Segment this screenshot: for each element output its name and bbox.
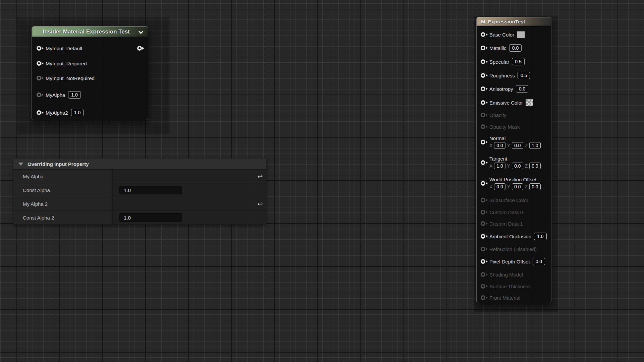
input-pin-icon[interactable] [481,59,487,65]
reset-cell [254,211,266,224]
vector-y-value[interactable]: 0.0 [512,163,523,169]
pin-label: Opacity [489,112,506,118]
pin-row-myalpha2[interactable]: MyAlpha2 1.0 [37,108,144,118]
pin-default-value[interactable]: 0.5 [518,72,530,79]
input-pin-icon[interactable] [481,86,487,92]
property-label: My Alpha 2 [13,197,113,210]
input-pin-icon[interactable] [481,221,487,227]
property-value-cell [113,183,254,197]
pin-row-custom-data-1[interactable]: Custom Data 1 [481,219,549,228]
input-pin-icon[interactable] [481,124,487,130]
pin-row-subsurface-color[interactable]: Subsurface Color [481,195,549,205]
input-pin-icon[interactable] [481,197,487,203]
pin-row-opacity-mask[interactable]: Opacity Mask [481,122,549,131]
axis-x-label: X [489,184,492,189]
input-pin-icon[interactable] [481,160,487,166]
output-pin-icon[interactable] [137,45,143,51]
const-alpha-input[interactable] [119,186,182,194]
pin-default-value[interactable]: 1.0 [71,109,84,116]
pin-default-value[interactable]: 0.0 [533,258,545,265]
property-value-cell[interactable] [113,197,254,210]
pin-row-myinput-required[interactable]: MyInput_Required [37,58,144,68]
pin-default-value[interactable]: 0.0 [516,85,528,93]
input-pin-icon[interactable] [37,110,43,116]
revert-arrow-icon[interactable]: ↩ [258,173,263,180]
pin-row-pixel-depth-offset[interactable]: Pixel Depth Offset 0.0 [481,257,549,266]
pin-row-refraction[interactable]: Refraction (Disabled) [481,244,549,254]
function-node-header[interactable]: Insider Material Expression Test [32,26,148,37]
input-pin-icon[interactable] [481,72,487,78]
input-pin-icon[interactable] [481,112,487,118]
pin-row-shading-model[interactable]: Shading Model [481,270,549,279]
input-pin-icon[interactable] [37,60,43,66]
input-pin-icon[interactable] [481,258,487,264]
material-function-node[interactable]: Insider Material Expression Test MyInput… [32,26,148,120]
input-pin-icon[interactable] [481,139,487,145]
property-label: My Alpha [13,170,113,183]
pin-row-world-position-offset[interactable]: World Position Offset X 0.0 Y 0.0 Z 0.0 [481,176,549,191]
pin-row-myinput-notrequired[interactable]: MyInput_NotRequired [37,73,144,83]
input-pin-icon[interactable] [481,272,487,278]
pin-row-myalpha[interactable]: MyAlpha 1.0 [37,90,144,100]
result-node-header[interactable]: M_ExpressionTest [477,17,551,26]
input-pin-icon[interactable] [481,180,487,186]
vector-z-value[interactable]: 0.0 [529,183,540,190]
input-pin-icon[interactable] [481,100,487,106]
input-pin-icon[interactable] [481,283,487,289]
input-pin-icon[interactable] [481,295,487,301]
pin-default-value[interactable]: 0.0 [509,44,522,52]
pin-row-myinput-default[interactable]: MyInput_Default [37,43,144,53]
pin-row-front-material[interactable]: Front Material [481,293,549,302]
axis-z-label: Z [525,163,528,169]
pin-row-base-color[interactable]: Base Color [481,30,549,39]
pin-row-surface-thickness[interactable]: Surface Thickness [481,282,549,291]
input-pin-icon[interactable] [481,233,487,239]
pin-label: Custom Data 1 [489,221,523,227]
material-graph-canvas[interactable]: Insider Material Expression Test MyInput… [0,0,644,362]
pin-label: MyAlpha2 [46,110,68,116]
input-pin-icon[interactable] [37,45,43,51]
pin-row-custom-data-0[interactable]: Custom Data 0 [481,207,549,217]
pin-row-tangent[interactable]: Tangent X 1.0 Y 0.0 Z 0.0 [481,155,549,170]
details-category-header[interactable]: Overriding Input Property [13,159,266,170]
input-pin-icon[interactable] [481,45,487,51]
input-pin-icon[interactable] [481,32,487,38]
pin-row-roughness[interactable]: Roughness 0.5 [481,71,549,80]
const-alpha-2-input[interactable] [119,213,182,222]
input-pin-icon[interactable] [37,92,43,98]
property-value-cell[interactable] [113,170,254,183]
input-pin-icon[interactable] [481,246,487,252]
checker-color-swatch[interactable] [526,99,533,106]
reset-cell[interactable]: ↩ [254,197,266,210]
pin-row-normal[interactable]: Normal X 0.0 Y 0.0 Z 1.0 [481,134,549,150]
material-result-node[interactable]: M_ExpressionTest Base Color Metallic 0.0… [476,17,551,303]
reset-cell[interactable]: ↩ [254,170,266,183]
pin-default-value[interactable]: 0.5 [512,58,524,65]
details-panel: Overriding Input Property My Alpha ↩ Con… [13,159,266,225]
pin-label: MyInput_Required [46,61,87,66]
pin-row-metallic[interactable]: Metallic 0.0 [481,43,549,53]
vector-z-value[interactable]: 0.0 [529,163,540,169]
axis-z-label: Z [525,184,528,189]
axis-y-label: Y [507,163,510,169]
pin-row-specular[interactable]: Specular 0.5 [481,57,549,66]
pin-default-value[interactable]: 1.0 [534,233,546,240]
pin-default-value[interactable]: 1.0 [68,91,80,99]
pin-row-anisotropy[interactable]: Anisotropy 0.0 [481,84,549,94]
input-pin-icon[interactable] [37,75,43,81]
expand-triangle-icon[interactable] [18,163,23,166]
vector-x-value[interactable]: 0.0 [494,142,505,149]
property-label: Const Alpha 2 [13,211,113,224]
pin-row-opacity[interactable]: Opacity [481,110,549,120]
vector-z-value[interactable]: 1.0 [529,142,540,149]
input-pin-icon[interactable] [481,209,487,215]
vector-y-value[interactable]: 0.0 [512,142,523,149]
chevron-down-icon[interactable] [139,29,143,34]
pin-row-emissive-color[interactable]: Emissive Color [481,98,549,107]
vector-x-value[interactable]: 1.0 [494,163,505,169]
color-swatch[interactable] [517,31,525,38]
vector-y-value[interactable]: 0.0 [512,183,523,190]
revert-arrow-icon[interactable]: ↩ [258,201,263,207]
vector-x-value[interactable]: 0.0 [494,183,505,190]
pin-row-ambient-occlusion[interactable]: Ambient Occlusion 1.0 [481,232,549,241]
